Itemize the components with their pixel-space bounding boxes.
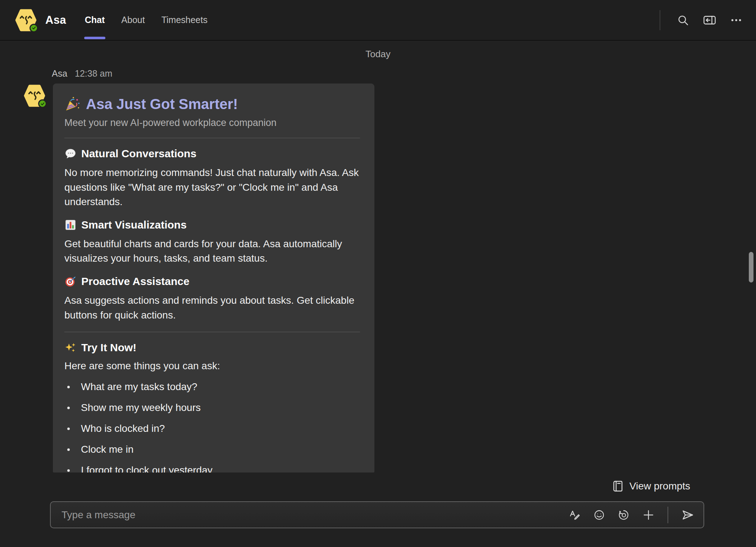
sparkles-emoji bbox=[64, 342, 77, 354]
section-header-proactive-assistance: Proactive Assistance bbox=[64, 275, 360, 288]
view-prompts-button[interactable]: View prompts bbox=[612, 480, 690, 492]
card-title: Asa Just Got Smarter! bbox=[64, 96, 360, 112]
loop-icon[interactable] bbox=[618, 509, 629, 521]
app-title: Asa bbox=[45, 14, 66, 27]
speech-balloon-emoji bbox=[64, 148, 77, 160]
date-divider: Today bbox=[0, 49, 756, 60]
tab-chat[interactable]: Chat bbox=[85, 0, 105, 40]
message-input[interactable] bbox=[62, 509, 569, 521]
prompt-book-icon bbox=[612, 480, 624, 492]
party-popper-emoji bbox=[64, 96, 81, 112]
message-card: Asa Just Got Smarter! Meet your new AI-p… bbox=[53, 83, 374, 473]
suggestion-list: What are my tasks today? Show me my week… bbox=[64, 381, 360, 473]
more-options-icon[interactable] bbox=[730, 14, 742, 26]
search-icon[interactable] bbox=[677, 14, 689, 26]
tab-bar: Chat About Timesheets bbox=[85, 0, 224, 40]
target-emoji bbox=[64, 275, 77, 288]
card-subtitle: Meet your new AI-powered workplace compa… bbox=[64, 117, 360, 128]
attach-plus-icon[interactable] bbox=[642, 509, 655, 521]
open-in-panel-icon[interactable] bbox=[703, 14, 716, 26]
try-intro: Here are some things you can ask: bbox=[64, 360, 360, 372]
list-item: Clock me in bbox=[64, 444, 360, 455]
divider bbox=[64, 138, 360, 138]
emoji-icon[interactable] bbox=[593, 509, 605, 521]
message-sender: Asa bbox=[52, 68, 67, 78]
list-item: Show me my weekly hours bbox=[64, 402, 360, 413]
composer-divider bbox=[668, 507, 668, 523]
list-item: I forgot to clock out yesterday bbox=[64, 465, 360, 473]
section-header-try-it-now: Try It Now! bbox=[64, 342, 360, 354]
section-body: Asa suggests actions and reminds you abo… bbox=[64, 293, 359, 322]
message-timestamp: 12:38 am bbox=[75, 68, 112, 78]
tab-timesheets[interactable]: Timesheets bbox=[161, 0, 208, 40]
divider bbox=[64, 332, 360, 332]
app-logo bbox=[15, 9, 37, 32]
section-body: No more memorizing commands! Just chat n… bbox=[64, 166, 359, 209]
section-header-natural-conversations: Natural Conversations bbox=[64, 148, 360, 160]
list-item: What are my tasks today? bbox=[64, 381, 360, 393]
tab-about[interactable]: About bbox=[121, 0, 145, 40]
send-icon[interactable] bbox=[681, 508, 694, 521]
list-item: Who is clocked in? bbox=[64, 423, 360, 434]
presence-available-icon bbox=[38, 99, 47, 108]
section-body: Get beautiful charts and cards for your … bbox=[64, 237, 359, 266]
avatar bbox=[24, 84, 45, 107]
topbar-divider bbox=[660, 10, 660, 30]
format-icon[interactable] bbox=[569, 509, 580, 521]
bar-chart-emoji bbox=[64, 219, 77, 231]
topbar: Asa Chat About Timesheets bbox=[0, 0, 756, 41]
message-composer bbox=[50, 501, 704, 528]
scrollbar-thumb[interactable] bbox=[749, 252, 753, 282]
message-header: Asa 12:38 am bbox=[52, 68, 112, 79]
presence-available-icon bbox=[29, 24, 38, 32]
section-header-smart-visualizations: Smart Visualizations bbox=[64, 219, 360, 231]
